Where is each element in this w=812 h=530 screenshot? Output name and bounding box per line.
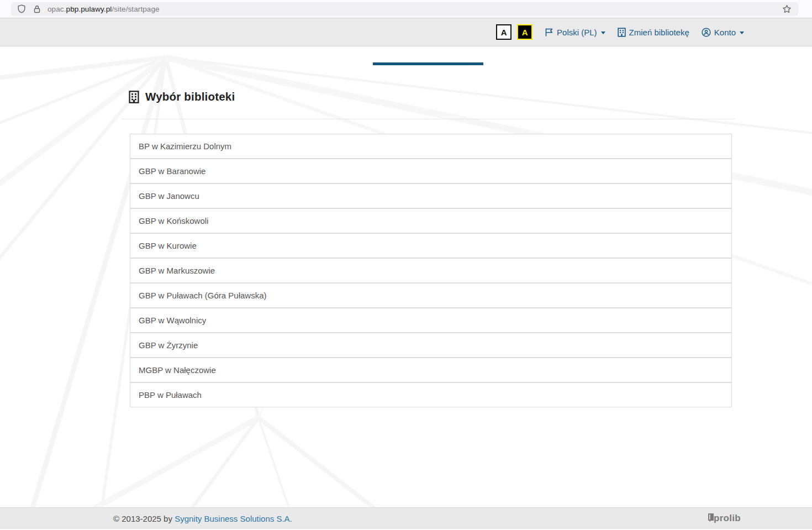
person-circle-icon — [702, 28, 714, 37]
prolib-logo: prolib — [707, 513, 741, 524]
library-item[interactable]: GBP w Janowcu — [130, 183, 732, 208]
language-selector[interactable]: Polski (PL) — [545, 28, 605, 37]
page-content: Wybór biblioteki BP w Kazimierzu Dolnym … — [0, 46, 812, 529]
browser-chrome: opac.pbp.pulawy.pl/site/startpage — [0, 0, 812, 18]
company-link[interactable]: Sygnity Business Solutions S.A. — [175, 514, 292, 523]
url-path: /site/startpage — [112, 5, 159, 13]
account-label: Konto — [714, 28, 736, 37]
url-text[interactable]: opac.pbp.pulawy.pl/site/startpage — [48, 5, 160, 13]
library-item[interactable]: GBP w Markuszowie — [130, 258, 732, 283]
library-item[interactable]: GBP w Baranowie — [130, 159, 732, 183]
chevron-down-icon — [740, 32, 744, 34]
language-label: Polski (PL) — [557, 28, 597, 37]
change-library-label: Zmień bibliotekę — [629, 28, 689, 37]
building-icon — [618, 28, 629, 37]
page-title-text: Wybór biblioteki — [145, 90, 235, 103]
change-library-button[interactable]: Zmień bibliotekę — [618, 28, 689, 37]
library-list: BP w Kazimierzu Dolnym GBP w Baranowie G… — [130, 134, 732, 407]
chevron-down-icon — [601, 32, 605, 34]
site-header: A A Polski (PL) Zmień bibliotekę Konto — [0, 18, 812, 46]
library-item[interactable]: GBP w Końskowoli — [130, 208, 732, 233]
copyright-text: © 2013-2025 by — [113, 514, 175, 523]
page-title: Wybór biblioteki — [129, 90, 235, 103]
lock-icon[interactable] — [33, 5, 41, 13]
title-divider — [122, 119, 735, 119]
library-item[interactable]: BP w Kazimierzu Dolnym — [130, 134, 732, 159]
prolib-logo-text: prolib — [714, 513, 741, 524]
address-bar[interactable]: opac.pbp.pulawy.pl/site/startpage — [11, 2, 798, 16]
library-item[interactable]: GBP w Kurowie — [130, 233, 732, 258]
url-domain: pbp.pulawy.pl — [66, 5, 112, 13]
library-item[interactable]: PBP w Puławach — [130, 382, 732, 407]
account-menu[interactable]: Konto — [702, 28, 744, 37]
library-item[interactable]: MGBP w Nałęczowie — [130, 358, 732, 382]
high-contrast-button[interactable]: A — [517, 24, 532, 40]
flag-icon — [545, 28, 557, 37]
building-icon — [129, 91, 139, 103]
footer: © 2013-2025 by Sygnity Business Solution… — [0, 507, 812, 529]
library-item[interactable]: GBP w Puławach (Góra Puławska) — [130, 283, 732, 308]
library-item[interactable]: GBP w Żyrzynie — [130, 333, 732, 358]
url-subdomain: opac. — [48, 5, 66, 13]
library-item[interactable]: GBP w Wąwolnicy — [130, 308, 732, 333]
font-size-normal-button[interactable]: A — [496, 24, 512, 40]
active-tab-indicator — [373, 62, 483, 65]
shield-icon[interactable] — [17, 4, 26, 13]
bookmark-star-icon[interactable] — [782, 4, 792, 14]
